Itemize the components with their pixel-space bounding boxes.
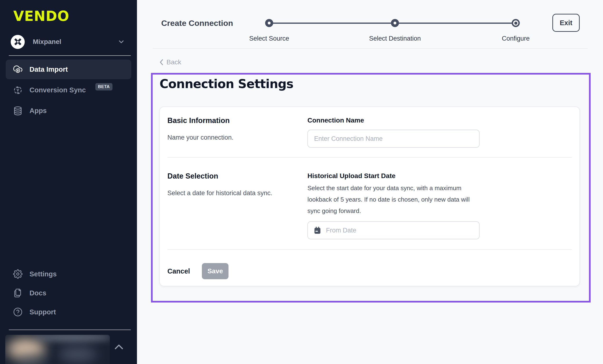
vendo-logo: VENDO (13, 8, 70, 24)
section-heading: Basic Information (167, 116, 307, 125)
start-date-help-text: Select the start date for your data sync… (307, 182, 474, 217)
connection-name-label: Connection Name (307, 116, 572, 124)
sidebar-item-label: Apps (29, 107, 47, 115)
sidebar-item-label: Support (29, 308, 56, 316)
step-node-select-source (265, 19, 273, 27)
date-selection-row: Date Selection Select a date for histori… (167, 158, 572, 249)
gear-icon (13, 269, 23, 279)
from-date-field[interactable] (307, 221, 480, 239)
sidebar-nav: Data Import Conversion Sync BETA (6, 60, 131, 121)
blurred-detail (59, 347, 97, 362)
beta-badge: BETA (95, 83, 113, 90)
date-selection-intro: Date Selection Select a date for histori… (167, 172, 307, 239)
step-node-configure (512, 19, 520, 27)
date-selection-fields: Historical Upload Start Date Select the … (307, 172, 572, 239)
step-label-select-destination: Select Destination (348, 35, 442, 42)
connection-settings-panel: Connection Settings Basic Information Na… (151, 73, 591, 302)
panel-title: Connection Settings (160, 77, 293, 91)
section-heading: Date Selection (167, 172, 307, 180)
sidebar-item-settings[interactable]: Settings (6, 265, 131, 284)
chevron-up-icon[interactable] (114, 343, 124, 351)
section-description: Name your connection. (167, 133, 307, 142)
sidebar-footer-nav: Settings Docs (6, 265, 131, 321)
form-actions: Cancel Save (167, 250, 572, 279)
page-title: Create Connection (161, 18, 233, 28)
sidebar-item-conversion-sync[interactable]: Conversion Sync BETA (6, 80, 131, 100)
sidebar-divider-bottom (9, 330, 131, 330)
basic-information-fields: Connection Name (307, 116, 572, 148)
chevron-left-icon (159, 59, 164, 66)
user-account-blurred[interactable] (5, 335, 110, 364)
back-label: Back (166, 58, 181, 66)
step-label-configure: Configure (468, 35, 563, 42)
step-label-select-source: Select Source (222, 35, 317, 42)
header-divider (153, 48, 588, 49)
help-icon (13, 307, 23, 317)
section-description: Select a date for historical data sync. (167, 189, 307, 197)
stepper-line (395, 22, 516, 24)
workspace-switcher[interactable]: Mixpanel (11, 35, 125, 49)
save-button[interactable]: Save (202, 263, 229, 279)
cancel-button[interactable]: Cancel (167, 267, 190, 275)
chevron-down-icon (117, 38, 125, 45)
stepper-line (269, 22, 395, 24)
connection-name-input[interactable] (307, 130, 480, 148)
sidebar-item-label: Conversion Sync (29, 86, 86, 94)
from-date-input[interactable] (325, 227, 473, 234)
sidebar-item-apps[interactable]: Apps (6, 101, 131, 121)
docs-icon (13, 288, 23, 298)
calendar-icon (314, 226, 321, 234)
sidebar-item-label: Settings (29, 270, 57, 278)
sidebar-item-data-import[interactable]: Data Import (6, 60, 131, 79)
database-icon (13, 106, 23, 116)
step-node-select-destination (391, 19, 399, 27)
sidebar-divider-top (9, 55, 131, 56)
sidebar-item-docs[interactable]: Docs (6, 284, 131, 302)
step-dot (514, 22, 517, 25)
sidebar-item-support[interactable]: Support (6, 302, 131, 321)
basic-information-intro: Basic Information Name your connection. (167, 116, 307, 148)
sidebar-item-label: Docs (29, 289, 46, 297)
sidebar: VENDO Mixpanel (0, 0, 137, 364)
mixpanel-avatar (11, 35, 25, 49)
start-date-label: Historical Upload Start Date (307, 172, 572, 180)
step-dot (268, 22, 271, 24)
cloud-download-icon (13, 65, 23, 75)
basic-information-row: Basic Information Name your connection. … (167, 107, 572, 157)
workspace-name: Mixpanel (33, 38, 61, 45)
step-dot (394, 22, 396, 24)
exit-button[interactable]: Exit (552, 14, 580, 32)
blurred-detail (34, 335, 110, 342)
sync-scan-icon (13, 85, 23, 95)
mixpanel-x-icon (13, 37, 22, 46)
settings-card: Basic Information Name your connection. … (159, 106, 580, 286)
sidebar-item-label: Data Import (29, 66, 68, 73)
app-window: VENDO Mixpanel (0, 0, 603, 364)
back-link[interactable]: Back (159, 58, 181, 66)
